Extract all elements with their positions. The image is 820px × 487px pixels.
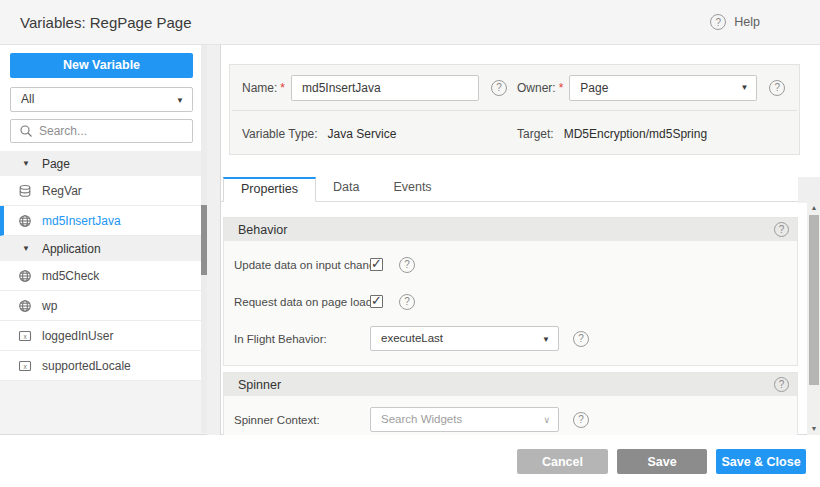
tab-properties[interactable]: Properties: [223, 177, 316, 202]
variable-filter-value: All: [21, 92, 34, 106]
save-button[interactable]: Save: [617, 449, 707, 474]
inflight-behavior-value: executeLast: [381, 332, 443, 344]
properties-tab-content: Behavior Update data on input change Req…: [221, 202, 800, 435]
svg-text:x: x: [24, 363, 28, 370]
spinner-context-help-icon[interactable]: [573, 412, 589, 428]
inflight-behavior-help-icon[interactable]: [573, 331, 589, 347]
update-data-row: Update data on input change: [224, 246, 797, 283]
detail-tabs: Properties Data Events: [221, 177, 798, 202]
tree-item-label: wp: [42, 299, 57, 313]
chevron-down-icon: [740, 76, 748, 100]
variables-tree: Page RegVar md5InsertJava Application md…: [0, 151, 207, 434]
request-data-row: Request data on page load: [224, 283, 797, 320]
scroll-down-arrow-icon[interactable]: [807, 423, 820, 435]
variable-search-box: [10, 119, 193, 143]
tree-section-page[interactable]: Page: [0, 151, 207, 176]
help-circle-icon: [710, 14, 726, 30]
svg-text:x: x: [24, 333, 28, 340]
name-help-icon[interactable]: [491, 80, 507, 96]
scrollbar-corner: [798, 177, 820, 203]
spinner-help-icon[interactable]: [774, 377, 789, 392]
dialog-titlebar: Variables: RegPage Page Help: [0, 0, 820, 45]
chevron-down-icon: [176, 88, 184, 111]
globe-icon: [18, 269, 32, 283]
variable-type-label: Variable Type:: [242, 127, 318, 141]
variable-summary-form: Name: * Owner: * Page Variable Type: Jav…: [229, 64, 800, 155]
tree-section-label: Page: [42, 157, 70, 171]
inflight-behavior-row: In Flight Behavior: executeLast: [224, 320, 797, 357]
properties-scrollbar-thumb[interactable]: [809, 215, 819, 385]
spinner-context-placeholder: Search Widgets: [381, 413, 462, 425]
owner-dropdown[interactable]: Page: [569, 75, 757, 101]
name-field[interactable]: [291, 75, 479, 101]
collapse-triangle-icon: [22, 159, 30, 168]
variable-icon: x: [18, 359, 32, 373]
tree-item-wp[interactable]: wp: [0, 291, 207, 321]
variable-detail-panel: Name: * Owner: * Page Variable Type: Jav…: [220, 45, 820, 435]
variable-icon: x: [18, 329, 32, 343]
inflight-behavior-label: In Flight Behavior:: [234, 333, 370, 345]
panel-divider: [207, 45, 220, 435]
tree-section-application[interactable]: Application: [0, 236, 207, 261]
tree-item-label: supportedLocale: [42, 359, 131, 373]
variables-sidebar: New Variable All Page RegVar md5In: [0, 45, 207, 435]
save-and-close-button[interactable]: Save & Close: [716, 449, 806, 474]
tree-item-md5check[interactable]: md5Check: [0, 261, 207, 291]
request-data-label: Request data on page load: [234, 296, 370, 308]
tree-item-md5insertjava[interactable]: md5InsertJava: [0, 206, 207, 236]
database-icon: [18, 184, 32, 198]
properties-scrollbar[interactable]: [807, 202, 820, 435]
behavior-help-icon[interactable]: [774, 222, 789, 237]
owner-value: Page: [580, 81, 608, 95]
scroll-up-arrow-icon[interactable]: [807, 202, 820, 214]
help-label: Help: [734, 15, 760, 29]
new-variable-button[interactable]: New Variable: [10, 53, 193, 78]
owner-help-icon[interactable]: [769, 80, 785, 96]
name-label: Name:: [242, 81, 277, 95]
sidebar-empty-area: [0, 381, 207, 434]
request-data-help-icon[interactable]: [399, 294, 415, 310]
cancel-button[interactable]: Cancel: [517, 449, 608, 474]
globe-icon: [18, 299, 32, 313]
inflight-behavior-dropdown[interactable]: executeLast: [370, 326, 559, 351]
update-data-checkbox[interactable]: [370, 258, 383, 271]
page-title: Variables: RegPage Page: [20, 14, 710, 31]
behavior-section: Behavior Update data on input change Req…: [223, 217, 798, 366]
variable-filter-dropdown[interactable]: All: [10, 87, 193, 112]
collapse-triangle-icon: [22, 244, 30, 253]
tree-item-regvar[interactable]: RegVar: [0, 176, 207, 206]
required-asterisk: *: [559, 81, 564, 95]
tree-item-supportedlocale[interactable]: x supportedLocale: [0, 351, 207, 381]
globe-icon: [18, 214, 32, 228]
tree-item-label: RegVar: [42, 184, 82, 198]
search-icon: [19, 124, 33, 138]
spinner-section: Spinner Spinner Context: Search Widgets: [223, 372, 798, 435]
target-label: Target:: [517, 127, 554, 141]
help-button[interactable]: Help: [710, 14, 760, 30]
spinner-section-title: Spinner: [238, 378, 281, 392]
chevron-down-icon: [543, 408, 550, 431]
tab-events[interactable]: Events: [376, 176, 448, 201]
tree-item-label: md5Check: [42, 269, 99, 283]
spinner-context-label: Spinner Context:: [234, 414, 370, 426]
tree-item-loggedinuser[interactable]: x loggedInUser: [0, 321, 207, 351]
tab-data[interactable]: Data: [316, 176, 376, 201]
chevron-down-icon: [542, 327, 550, 350]
behavior-section-title: Behavior: [238, 223, 287, 237]
request-data-checkbox[interactable]: [370, 295, 383, 308]
tree-item-label: loggedInUser: [42, 329, 113, 343]
variable-type-value: Java Service: [328, 127, 397, 141]
tree-item-label: md5InsertJava: [42, 214, 121, 228]
spinner-context-row: Spinner Context: Search Widgets: [224, 401, 797, 435]
update-data-label: Update data on input change: [234, 259, 370, 271]
required-asterisk: *: [280, 81, 285, 95]
owner-label: Owner:: [517, 81, 556, 95]
spinner-context-dropdown[interactable]: Search Widgets: [370, 407, 559, 432]
tree-section-label: Application: [42, 242, 101, 256]
search-input[interactable]: [39, 124, 184, 138]
update-data-help-icon[interactable]: [399, 257, 415, 273]
target-value: MD5Encryption/md5Spring: [564, 127, 707, 141]
